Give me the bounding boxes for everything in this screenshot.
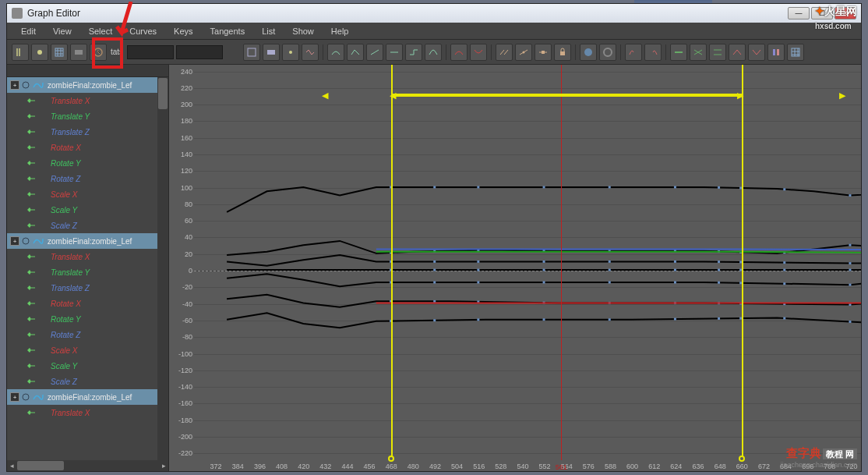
keyframe[interactable] — [849, 321, 851, 323]
insert-key-tool-icon[interactable] — [31, 44, 48, 61]
buffer-curve-icon[interactable] — [450, 44, 468, 61]
keyframe[interactable] — [783, 317, 785, 320]
break-tangent-icon[interactable] — [496, 44, 513, 61]
playback-start-marker[interactable]: ◀ — [322, 90, 328, 101]
menu-edit[interactable]: Edit — [13, 24, 44, 38]
retime-tool-icon[interactable] — [90, 44, 107, 61]
outliner-hscroll[interactable]: ◂ ▸ — [7, 460, 168, 471]
keyframe[interactable] — [609, 318, 611, 321]
outliner-attr-row[interactable]: Rotate Z — [7, 327, 168, 342]
outliner-attr-row[interactable]: Translate Z — [7, 124, 168, 140]
center-view-icon[interactable] — [282, 44, 299, 61]
denormalize-icon[interactable] — [709, 44, 726, 61]
menu-help[interactable]: Help — [323, 24, 357, 38]
keyframe[interactable] — [477, 186, 479, 188]
linear-tangent-icon[interactable] — [366, 44, 383, 61]
keyframe[interactable] — [718, 261, 720, 263]
outliner-vscroll[interactable] — [157, 77, 168, 460]
keyframe[interactable] — [543, 186, 545, 188]
keyframe[interactable] — [543, 261, 545, 263]
minimize-button[interactable]: — — [788, 7, 810, 19]
move-key-tool-icon[interactable] — [12, 44, 29, 61]
keyframe[interactable] — [783, 261, 785, 264]
auto-tangent-icon[interactable] — [302, 44, 319, 61]
anim-curve[interactable] — [227, 274, 861, 286]
visibility-icon[interactable] — [21, 392, 30, 402]
outliner-node-row[interactable]: + zombieFinal:zombie_Lef — [7, 389, 168, 405]
keyframe[interactable] — [433, 300, 436, 303]
keyframe[interactable] — [543, 318, 545, 321]
visibility-icon[interactable] — [21, 80, 30, 90]
keyframe[interactable] — [433, 261, 436, 263]
post-infinity-icon[interactable] — [644, 44, 662, 61]
flat-tangent-icon[interactable] — [386, 44, 403, 61]
keyframe[interactable] — [849, 244, 851, 246]
outliner-attr-row[interactable]: Scale X — [7, 342, 168, 358]
lock-tangent-icon[interactable] — [554, 44, 571, 61]
outliner-attr-row[interactable]: Scale Y — [7, 358, 168, 374]
keyframe[interactable] — [718, 269, 720, 271]
spreadsheet-icon[interactable] — [787, 44, 804, 61]
keyframe[interactable] — [477, 318, 479, 321]
keyframe[interactable] — [849, 194, 851, 197]
keyframe[interactable] — [718, 186, 720, 189]
anim-curve[interactable] — [227, 255, 861, 266]
keyframe[interactable] — [477, 261, 479, 263]
outliner-node-row[interactable]: + zombieFinal:zombie_Lef — [7, 77, 168, 93]
current-time-indicator[interactable] — [561, 65, 562, 460]
keyframe[interactable] — [674, 318, 676, 321]
keyframe[interactable] — [849, 262, 851, 264]
keyframe[interactable] — [477, 281, 479, 283]
menu-list[interactable]: List — [254, 24, 283, 38]
titlebar[interactable]: Graph Editor — ☐ ✕ — [7, 4, 861, 23]
keyframe[interactable] — [674, 186, 676, 188]
keyframe[interactable] — [718, 282, 720, 284]
menu-curves[interactable]: Curves — [122, 24, 164, 38]
outliner-attr-row[interactable]: Scale X — [7, 186, 168, 202]
stats-time-field[interactable] — [127, 45, 174, 59]
anim-curve[interactable] — [227, 241, 861, 255]
outliner-attr-row[interactable]: Rotate Z — [7, 171, 168, 186]
visibility-icon[interactable] — [21, 236, 30, 246]
expand-icon[interactable]: + — [10, 236, 19, 246]
keyframe[interactable] — [609, 261, 611, 263]
lattice-tool-icon[interactable] — [51, 44, 68, 61]
graph-view[interactable]: 240220200180160140120100806040200-20-40-… — [169, 65, 861, 471]
outliner-attr-row[interactable]: Rotate Y — [7, 155, 168, 171]
swap-buffer-icon[interactable] — [470, 44, 487, 61]
keyframe[interactable] — [433, 269, 436, 271]
menu-keys[interactable]: Keys — [166, 24, 200, 38]
stats-value-field[interactable] — [176, 45, 223, 59]
keyframe[interactable] — [849, 269, 851, 271]
keyframe[interactable] — [433, 186, 436, 188]
keyframe[interactable] — [477, 269, 479, 271]
outliner-attr-row[interactable]: Rotate X — [7, 140, 168, 155]
anim-curve[interactable] — [227, 187, 861, 212]
frame-all-icon[interactable] — [243, 44, 260, 61]
isolate-curve-icon[interactable] — [670, 44, 687, 61]
keyframe[interactable] — [609, 186, 611, 188]
plateau-tangent-icon[interactable] — [425, 44, 442, 61]
keyframe[interactable] — [674, 261, 676, 263]
anim-curve[interactable] — [376, 252, 861, 253]
outliner-attr-row[interactable]: Translate X — [7, 249, 168, 264]
keyframe[interactable] — [674, 269, 676, 271]
outliner-attr-row[interactable]: Scale Z — [7, 218, 168, 233]
free-tangent-icon[interactable] — [535, 44, 552, 61]
expand-icon[interactable]: + — [10, 80, 19, 90]
unify-tangent-icon[interactable] — [515, 44, 532, 61]
keyframe[interactable] — [674, 281, 676, 283]
range-start-handle[interactable] — [391, 65, 393, 460]
keyframe[interactable] — [783, 269, 785, 271]
value-snap-icon[interactable] — [599, 44, 616, 61]
bookmark-icon[interactable] — [767, 44, 785, 61]
clamped-tangent-icon[interactable] — [347, 44, 364, 61]
region-tool-icon[interactable] — [70, 44, 87, 61]
expand-icon[interactable]: + — [10, 392, 19, 402]
frame-playback-icon[interactable] — [263, 44, 280, 61]
menu-tangents[interactable]: Tangents — [203, 24, 253, 38]
keyframe[interactable] — [433, 281, 436, 283]
keyframe[interactable] — [783, 282, 785, 285]
keyframe[interactable] — [849, 303, 851, 306]
outliner-attr-row[interactable]: Rotate X — [7, 296, 168, 311]
